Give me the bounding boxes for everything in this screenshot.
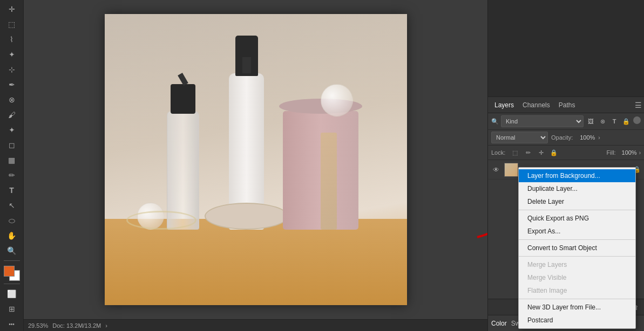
blend-mode-row: Normal Multiply Screen Overlay Opacity: … <box>488 130 644 146</box>
layer-filter-icons: 🖼 ⊗ T 🔒 <box>586 116 641 126</box>
hand-tool[interactable]: ✋ <box>4 229 19 243</box>
type-tool[interactable]: T <box>4 183 19 197</box>
doc-info: Doc: 13.2M/13.2M <box>52 322 101 329</box>
export-as-item[interactable]: Export As... <box>519 225 635 238</box>
context-menu-separator-2 <box>519 239 635 240</box>
duplicate-layer-item[interactable]: Duplicate Layer... <box>519 182 635 195</box>
eraser-tool[interactable]: ◻ <box>4 138 19 152</box>
surface-ground <box>105 219 407 305</box>
fill-value[interactable]: 100% <box>618 149 637 156</box>
search-icon: 🔍 <box>491 118 499 125</box>
layer-thumbnail <box>504 163 518 177</box>
screen-mode-tool[interactable]: ⊞ <box>4 302 19 316</box>
flatten-image-item: Flatten Image <box>519 284 635 297</box>
move-tool[interactable]: ✛ <box>4 2 19 16</box>
layers-panel-menu-icon[interactable]: ☰ <box>635 101 642 109</box>
plant-stem <box>321 133 337 230</box>
pen-tool[interactable]: ✏ <box>4 168 19 182</box>
beaded-necklace <box>126 211 196 230</box>
canvas-container[interactable] <box>24 0 487 319</box>
path-selection-tool[interactable]: ↖ <box>4 198 19 212</box>
gradient-tool[interactable]: ▦ <box>4 153 19 167</box>
fill-label: Fill: <box>607 149 616 156</box>
quick-export-png-item[interactable]: Quick Export as PNG <box>519 212 635 225</box>
quick-mask-tool[interactable]: ⬜ <box>4 287 19 301</box>
filter-toggle[interactable] <box>633 116 641 124</box>
context-menu-separator-1 <box>519 210 635 210</box>
magic-wand-tool[interactable]: ✦ <box>4 47 19 61</box>
marquee-tool[interactable]: ⬚ <box>4 17 19 31</box>
channels-tab[interactable]: Channels <box>518 99 554 111</box>
shape-filter-icon[interactable]: 🔒 <box>621 116 631 126</box>
layer-visibility-toggle[interactable]: 👁 <box>491 165 501 175</box>
healing-brush-tool[interactable]: ⊗ <box>4 93 19 107</box>
zoom-level: 29.53% <box>28 322 48 329</box>
delete-layer-item[interactable]: Delete Layer <box>519 195 635 208</box>
toolbar-separator <box>4 260 20 261</box>
lock-position-btn[interactable]: ✛ <box>535 147 546 158</box>
color-tab[interactable]: Color <box>491 320 507 327</box>
pixel-filter-icon[interactable]: 🖼 <box>586 116 595 126</box>
type-filter-icon[interactable]: T <box>609 116 619 126</box>
fill-arrow: › <box>639 150 641 156</box>
postcard-item[interactable]: Postcard <box>519 314 635 327</box>
lock-row: Lock: ⬚ ✏ ✛ 🔒 Fill: 100% › <box>488 146 644 160</box>
foreground-color-swatch[interactable] <box>4 266 15 277</box>
bottle-tall-nozzle <box>242 57 251 73</box>
merge-visible-item: Merge Visible <box>519 271 635 284</box>
bottle-small-cap <box>171 84 195 114</box>
layer-from-background-item[interactable]: Layer from Background... <box>519 169 635 182</box>
red-arrow <box>472 199 487 243</box>
lock-transparent-btn[interactable]: ⬚ <box>510 147 520 158</box>
canvas-image <box>105 14 407 305</box>
clone-stamp-tool[interactable]: ✦ <box>4 123 19 137</box>
layers-search-row: 🔍 Kind Pixel Adjustment Type Shape Smart… <box>488 113 644 130</box>
main-area: 29.53% Doc: 13.2M/13.2M › <box>24 0 487 331</box>
merge-layers-item: Merge Layers <box>519 258 635 271</box>
eyedropper-tool[interactable]: ✒ <box>4 78 19 92</box>
context-menu-separator-4 <box>519 299 635 299</box>
layer-kind-select[interactable]: Kind Pixel Adjustment Type Shape Smart O… <box>501 115 584 127</box>
lock-all-btn[interactable]: 🔒 <box>548 147 559 158</box>
left-toolbar: ✛ ⬚ ⌇ ✦ ⊹ ✒ ⊗ 🖌 ✦ ◻ ▦ ✏ T ↖ ⬭ ✋ 🔍 ⬜ ⊞ ••… <box>0 0 24 331</box>
adjustment-filter-icon[interactable]: ⊗ <box>598 116 607 126</box>
lock-label: Lock: <box>491 149 505 156</box>
pedestal <box>205 203 288 230</box>
color-swatch[interactable] <box>4 266 20 281</box>
lasso-tool[interactable]: ⌇ <box>4 32 19 46</box>
crop-tool[interactable]: ⊹ <box>4 63 19 77</box>
opacity-value[interactable]: 100% <box>576 134 595 141</box>
layers-tabs: Layers Channels Paths ☰ <box>488 97 644 113</box>
layers-tab[interactable]: Layers <box>490 99 518 111</box>
glass-sphere <box>321 84 353 116</box>
panel-top-area <box>488 0 644 97</box>
lock-image-btn[interactable]: ✏ <box>523 147 533 158</box>
convert-smart-object-item[interactable]: Convert to Smart Object <box>519 242 635 254</box>
context-menu-separator-3 <box>519 256 635 257</box>
blend-mode-select[interactable]: Normal Multiply Screen Overlay <box>491 132 548 143</box>
new-3d-layer-item[interactable]: New 3D Layer from File... <box>519 301 635 314</box>
zoom-tool[interactable]: 🔍 <box>4 244 19 258</box>
brush-tool[interactable]: 🖌 <box>4 108 19 122</box>
opacity-label: Opacity: <box>551 134 573 141</box>
toolbar-separator-2 <box>4 284 20 284</box>
context-menu: Layer from Background... Duplicate Layer… <box>518 167 636 329</box>
shape-tool[interactable]: ⬭ <box>4 213 19 227</box>
photo-scene <box>105 14 407 305</box>
opacity-arrow: › <box>598 135 600 141</box>
more-tools[interactable]: ••• <box>4 317 19 331</box>
status-bar: 29.53% Doc: 13.2M/13.2M › <box>24 319 487 331</box>
doc-info-arrow[interactable]: › <box>105 322 107 329</box>
paths-tab[interactable]: Paths <box>554 99 580 111</box>
